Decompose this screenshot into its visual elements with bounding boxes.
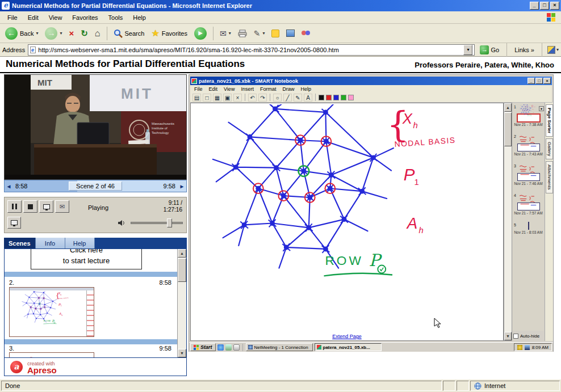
sn-delete-icon[interactable]: × (233, 94, 242, 102)
canvas-scrollbar[interactable]: ▲ ▼ (504, 103, 512, 341)
scroll-up-button[interactable]: ▲ (178, 249, 186, 258)
tray-display-icon[interactable] (525, 345, 530, 350)
menu-edit[interactable]: Edit (23, 13, 44, 22)
media-button[interactable]: ▶ (191, 25, 210, 42)
minimize-button[interactable]: _ (530, 2, 539, 10)
start-button[interactable]: Start (190, 343, 216, 351)
menu-view[interactable]: View (44, 13, 68, 22)
scrollbar-thumb[interactable] (178, 258, 186, 282)
quicklaunch-ie-icon[interactable] (217, 344, 224, 351)
sn-pen-blue-icon[interactable] (333, 95, 339, 100)
scene3-thumbnail[interactable] (9, 352, 94, 358)
sn-save-icon[interactable]: ▦ (213, 94, 221, 102)
scene-prev-icon[interactable]: ◄ (5, 183, 13, 189)
taskbar-notebook-button[interactable]: patera_nov21_05.xb... (315, 343, 382, 351)
video-display[interactable]: MIT MIT Massachusetts Institute of Techn… (4, 74, 187, 180)
mail-button[interactable]: ✉ ▾ (217, 25, 234, 42)
address-input[interactable] (38, 47, 461, 53)
favorites-button[interactable]: ★ Favorites (148, 25, 190, 42)
links-button[interactable]: Links » (512, 47, 537, 53)
canvas-scrollbar-thumb[interactable] (504, 112, 512, 146)
scene-slider[interactable]: ◄ 8:58 Scene 2 of 46 9:58 ► (4, 180, 187, 192)
sorter-page-4[interactable]: 4 Nov 21 - 7:57 AM (513, 193, 544, 222)
sn-pen-black-icon[interactable] (319, 95, 324, 100)
sorter-page-2[interactable]: 2 Nov 21 - 7:43 AM (513, 134, 544, 163)
tray-volume-icon[interactable] (517, 345, 522, 350)
sn-new-page-icon[interactable]: □ (203, 94, 211, 102)
menu-help[interactable]: Help (128, 13, 151, 22)
research-button[interactable] (283, 25, 298, 42)
pause-button[interactable] (7, 200, 22, 213)
scene-list-scrollbar[interactable]: ▲ ▼ (177, 249, 186, 357)
sorter-page-5[interactable]: 5 Nov 21 - 8:03 AM (513, 222, 544, 252)
address-dropdown-button[interactable]: ▾ (463, 45, 472, 55)
start-lecture-item[interactable]: Click here to start lecture (31, 248, 142, 269)
sn-undo-icon[interactable]: ↶ (248, 94, 257, 102)
discuss-button[interactable] (299, 25, 313, 42)
email-button[interactable]: ✉ (55, 200, 69, 213)
home-button[interactable]: ⌂ (92, 25, 103, 42)
addon-button[interactable]: ▾ (547, 46, 559, 54)
print-button[interactable] (235, 25, 250, 42)
tab-gallery[interactable]: Gallery (546, 138, 553, 159)
nb-menu-help[interactable]: Help (300, 86, 311, 92)
volume-button[interactable] (116, 218, 127, 228)
scene-next-icon[interactable]: ► (178, 183, 186, 189)
tab-scenes[interactable]: Scenes (4, 238, 36, 248)
messenger-button[interactable] (269, 25, 282, 42)
popout-button[interactable] (7, 217, 21, 229)
autohide-checkbox[interactable] (513, 334, 518, 339)
sorter-page-1[interactable]: 1 ▾ Nov 21 - 7:38 AM (513, 104, 544, 134)
tab-help[interactable]: Help (65, 238, 95, 248)
sorter-page-3[interactable]: 3 Nov 21 - 7:46 AM (513, 163, 544, 193)
sn-pen-green-icon[interactable] (341, 95, 346, 100)
stop-playback-button[interactable] (23, 200, 37, 213)
nb-menu-draw[interactable]: Draw (282, 86, 294, 92)
sn-paste-icon[interactable]: ▣ (223, 94, 232, 102)
notebook-minimize-button[interactable]: _ (527, 78, 535, 84)
quicklaunch-page-icon[interactable] (233, 344, 240, 351)
quicklaunch-desktop-icon[interactable] (225, 344, 232, 351)
maximize-button[interactable]: □ (540, 2, 549, 10)
nb-menu-insert[interactable]: Insert (241, 86, 254, 92)
nb-menu-view[interactable]: View (224, 86, 235, 92)
notebook-close-button[interactable]: × (543, 78, 551, 84)
tab-attachments[interactable]: Attachments (546, 161, 553, 193)
refresh-button[interactable]: ↻ (78, 25, 91, 42)
volume-slider[interactable] (131, 222, 183, 224)
nb-menu-format[interactable]: Format (260, 86, 277, 92)
display-mode-button[interactable] (39, 200, 53, 213)
apreso-branding[interactable]: a created with Apreso (4, 358, 187, 376)
sn-text-icon[interactable]: A (304, 94, 312, 102)
close-button[interactable]: × (550, 2, 559, 10)
menu-favorites[interactable]: Favorites (67, 13, 103, 22)
go-button[interactable]: → Go (478, 45, 501, 55)
sn-line-icon[interactable]: ╱ (283, 94, 292, 102)
sn-eraser-icon[interactable] (348, 95, 354, 100)
taskbar-netmeeting-button[interactable]: NetMeeting - 1 Connection (246, 343, 313, 351)
stop-button[interactable]: × (66, 25, 77, 42)
sn-pen-red-icon[interactable] (326, 95, 332, 100)
back-button[interactable]: ← Back ▾ (2, 25, 41, 42)
volume-slider-handle[interactable] (167, 218, 172, 227)
canvas-scroll-down-icon[interactable]: ▼ (504, 332, 512, 340)
edit-button[interactable]: ✎ ▾ (251, 25, 268, 42)
sn-pen-icon[interactable]: ✎ (294, 94, 302, 102)
scroll-down-button[interactable]: ▼ (178, 349, 186, 357)
tab-info[interactable]: Info (36, 238, 65, 248)
sn-redo-icon[interactable]: ↷ (258, 94, 267, 102)
autohide-control[interactable]: Auto-hide (513, 332, 549, 340)
nb-menu-file[interactable]: File (194, 86, 203, 92)
scene2-thumbnail[interactable] (9, 287, 94, 337)
sn-open-icon[interactable]: ▤ (192, 94, 201, 102)
notebook-maximize-button[interactable]: □ (535, 78, 543, 84)
menu-file[interactable]: File (2, 13, 23, 22)
menu-tools[interactable]: Tools (103, 13, 128, 22)
tab-page-sorter[interactable]: Page Sorter (546, 104, 553, 137)
nb-menu-edit[interactable]: Edit (209, 86, 218, 92)
search-button[interactable]: Search (111, 25, 148, 42)
forward-button[interactable]: → ▾ (42, 25, 65, 42)
page1-menu-icon[interactable]: ▾ (539, 106, 544, 111)
extend-page-link[interactable]: Extend Page (191, 334, 503, 339)
canvas-scroll-up-icon[interactable]: ▲ (504, 103, 512, 112)
